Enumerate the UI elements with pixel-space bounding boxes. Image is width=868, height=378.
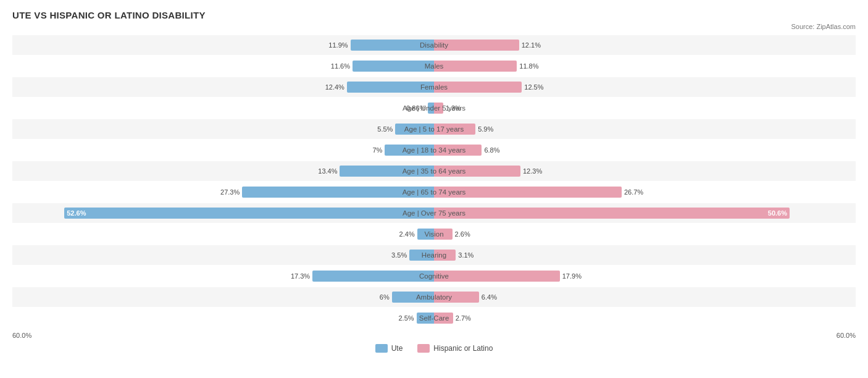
bar-row: 17.3% Cognitive 17.9%: [12, 266, 856, 286]
bar-row: 5.5% Age | 5 to 17 years 5.9%: [12, 119, 856, 139]
bar-row: 11.9% Disability 12.1%: [12, 35, 856, 55]
chart-area: 11.9% Disability 12.1% 11.6% Males 11.8%: [12, 35, 856, 328]
axis-row: 60.0% 60.0%: [12, 332, 856, 339]
bar-row: 12.4% Females 12.5%: [12, 77, 856, 97]
legend: Ute Hispanic or Latino: [12, 344, 856, 353]
source-label: Source: ZipAtlas.com: [12, 23, 856, 30]
bar-row: 2.4% Vision 2.6%: [12, 224, 856, 244]
bar-row: 11.6% Males 11.8%: [12, 56, 856, 76]
bar-row: 27.3% Age | 65 to 74 years 26.7%: [12, 182, 856, 202]
axis-left-label: 60.0%: [12, 332, 434, 339]
legend-item-hispanic: Hispanic or Latino: [417, 344, 493, 353]
axis-right-label: 60.0%: [434, 332, 856, 339]
legend-label-hispanic: Hispanic or Latino: [433, 344, 493, 353]
bar-row: 52.6% Age | Over 75 years 50.6%: [12, 203, 856, 223]
bar-row: 3.5% Hearing 3.1%: [12, 245, 856, 265]
bar-row: 7% Age | 18 to 34 years 6.8%: [12, 140, 856, 160]
legend-swatch-ute: [375, 344, 388, 353]
bar-row: 0.86% Age | Under 5 years 1.3%: [12, 98, 856, 118]
chart-title: UTE VS HISPANIC OR LATINO DISABILITY: [12, 10, 856, 20]
legend-item-ute: Ute: [375, 344, 403, 353]
legend-swatch-hispanic: [417, 344, 430, 353]
bar-row: 13.4% Age | 35 to 64 years 12.3%: [12, 161, 856, 181]
bar-row: 6% Ambulatory 6.4%: [12, 287, 856, 307]
bar-row: 2.5% Self-Care 2.7%: [12, 308, 856, 328]
legend-label-ute: Ute: [391, 344, 403, 353]
